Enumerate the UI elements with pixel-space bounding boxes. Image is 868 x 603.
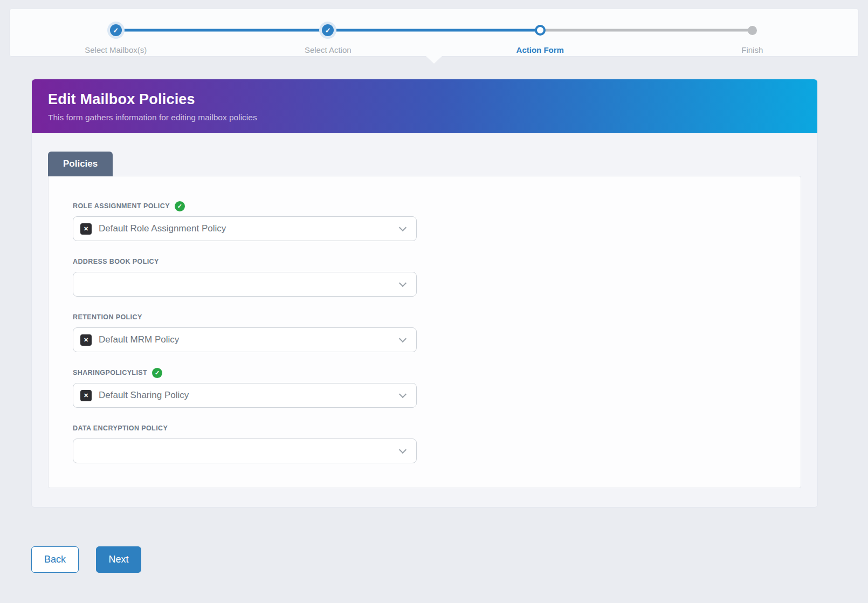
wizard-stepper: ✓ ✓ Select Mailbox(s) Select Action Acti… xyxy=(9,9,859,57)
step-label-select-mailboxes: Select Mailbox(s) xyxy=(10,45,222,54)
select-value: Default Sharing Policy xyxy=(99,390,189,401)
remove-tag-icon[interactable]: ✕ xyxy=(80,390,92,401)
remove-tag-icon[interactable]: ✕ xyxy=(80,334,92,346)
form-header: Edit Mailbox Policies This form gathers … xyxy=(32,79,817,133)
step-label-select-action: Select Action xyxy=(222,45,435,54)
step-finish xyxy=(646,22,859,39)
select-value: Default MRM Policy xyxy=(99,334,179,345)
step-select-action[interactable]: ✓ xyxy=(222,22,435,39)
field-retention-policy: RETENTION POLICY ✓ ✕ Default MRM Policy xyxy=(73,312,776,352)
step-pending-dot-icon xyxy=(748,26,757,35)
stepper-track: ✓ ✓ xyxy=(10,22,858,39)
field-data-encryption-policy: DATA ENCRYPTION POLICY ✓ ✕ xyxy=(73,423,776,463)
valid-check-icon: ✓ xyxy=(152,368,162,378)
step-action-form[interactable] xyxy=(434,22,646,39)
valid-check-icon: ✓ xyxy=(175,201,185,211)
chevron-down-icon xyxy=(399,446,407,454)
next-button[interactable]: Next xyxy=(96,546,141,573)
policies-panel: ROLE ASSIGNMENT POLICY ✓ ✕ Default Role … xyxy=(48,176,801,488)
page-title: Edit Mailbox Policies xyxy=(48,91,801,108)
sharing-policy-select[interactable]: ✕ Default Sharing Policy xyxy=(73,383,417,408)
remove-tag-icon[interactable]: ✕ xyxy=(80,223,92,235)
step-completed-check-icon: ✓ xyxy=(322,24,334,36)
field-sharing-policy-list: SHARINGPOLICYLIST ✓ ✕ Default Sharing Po… xyxy=(73,367,776,408)
step-label-finish: Finish xyxy=(646,45,859,54)
field-label: RETENTION POLICY xyxy=(73,313,142,321)
step-label-action-form: Action Form xyxy=(434,45,646,54)
field-label: ROLE ASSIGNMENT POLICY xyxy=(73,202,170,210)
step-select-mailboxes[interactable]: ✓ xyxy=(10,22,222,39)
chevron-down-icon xyxy=(399,335,407,342)
step-active-dot-icon xyxy=(535,25,546,36)
field-label: ADDRESS BOOK POLICY xyxy=(73,258,159,265)
back-button[interactable]: Back xyxy=(31,546,79,573)
retention-policy-select[interactable]: ✕ Default MRM Policy xyxy=(73,327,417,352)
wizard-actions: Back Next xyxy=(31,546,868,573)
address-book-policy-select[interactable]: ✕ xyxy=(73,272,417,297)
field-address-book-policy: ADDRESS BOOK POLICY ✓ ✕ xyxy=(73,256,776,297)
data-encryption-policy-select[interactable]: ✕ xyxy=(73,438,417,463)
tab-policies[interactable]: Policies xyxy=(48,152,113,176)
step-completed-check-icon: ✓ xyxy=(110,24,122,36)
chevron-down-icon xyxy=(399,279,407,287)
role-assignment-policy-select[interactable]: ✕ Default Role Assignment Policy xyxy=(73,216,417,241)
chevron-down-icon xyxy=(399,390,407,398)
field-label: DATA ENCRYPTION POLICY xyxy=(73,424,168,432)
page-subtitle: This form gathers information for editin… xyxy=(48,113,801,122)
field-label: SHARINGPOLICYLIST xyxy=(73,369,147,376)
select-value: Default Role Assignment Policy xyxy=(99,223,226,234)
chevron-down-icon xyxy=(399,224,407,231)
field-role-assignment-policy: ROLE ASSIGNMENT POLICY ✓ ✕ Default Role … xyxy=(73,201,776,241)
action-form-card: Edit Mailbox Policies This form gathers … xyxy=(31,79,818,508)
